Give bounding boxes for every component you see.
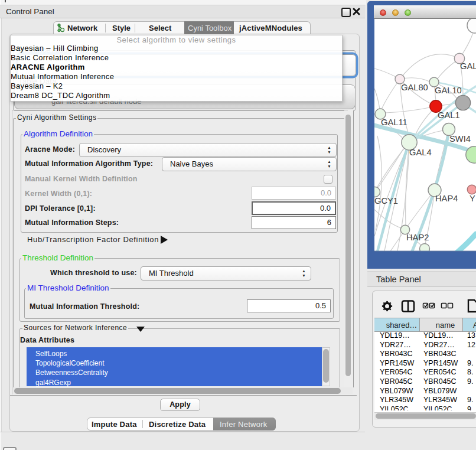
svg-text:HAP4: HAP4: [435, 194, 458, 203]
svg-text:HAP2: HAP2: [406, 233, 429, 242]
svg-text:GCY1: GCY1: [374, 196, 398, 206]
svg-text:GAL11: GAL11: [381, 118, 407, 127]
svg-text:GAL4: GAL4: [409, 148, 432, 157]
svg-text:GAL7: GAL7: [460, 61, 476, 71]
svg-text:GAL1: GAL1: [438, 110, 460, 120]
svg-text:SWI4: SWI4: [449, 134, 471, 144]
svg-text:Y: Y: [470, 194, 475, 203]
svg-text:GAL10: GAL10: [435, 86, 462, 95]
svg-text:GAL80: GAL80: [401, 83, 428, 92]
